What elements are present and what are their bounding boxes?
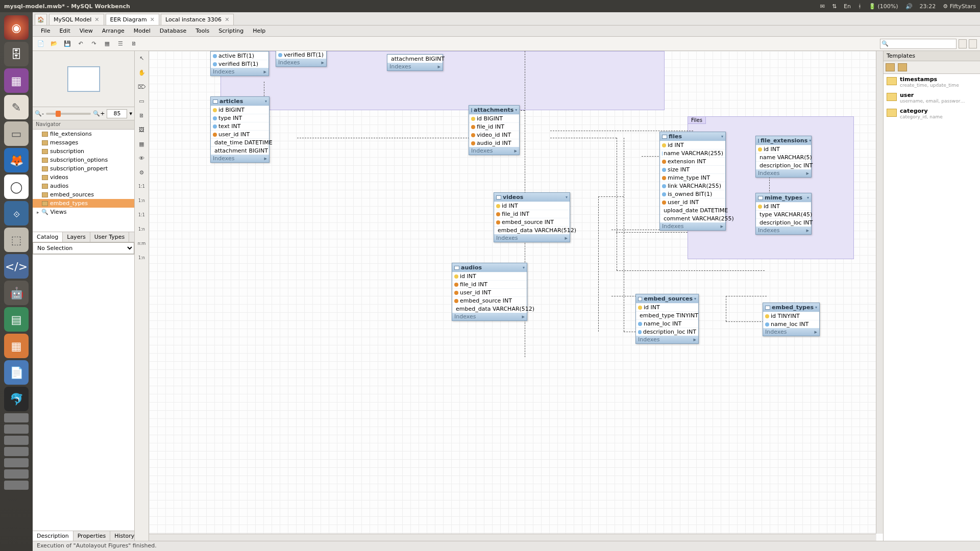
pointer-tool-icon[interactable]: ↖ xyxy=(137,53,147,63)
align-icon[interactable]: ☰ xyxy=(115,39,126,49)
rel-n-m-tool[interactable]: n:m xyxy=(137,239,147,249)
hand-tool-icon[interactable]: ✋ xyxy=(137,67,147,78)
menu-file[interactable]: File xyxy=(37,27,54,35)
table-indexes[interactable]: Indexes▸ xyxy=(636,336,698,343)
redo-icon[interactable]: ↷ xyxy=(89,39,99,49)
zoom-in-icon[interactable]: 🔍+ xyxy=(93,110,105,117)
open-file-icon[interactable]: 📂 xyxy=(49,39,59,49)
menu-view[interactable]: View xyxy=(76,27,97,35)
template-folder-icon[interactable] xyxy=(886,63,895,71)
routine-tool-icon[interactable]: ⚙ xyxy=(137,167,147,178)
model-overview[interactable] xyxy=(33,51,134,107)
dash-icon[interactable]: ◉ xyxy=(4,15,29,40)
eraser-tool-icon[interactable]: ⌦ xyxy=(137,82,147,92)
zoom-out-icon[interactable]: 🔍- xyxy=(35,110,44,117)
selection-dropdown[interactable]: No Selection xyxy=(33,242,134,254)
table-header[interactable]: attachments▾ xyxy=(469,106,519,114)
table-articles[interactable]: articles▾id BIGINTtype INTtext INTuser_i… xyxy=(210,96,270,163)
rel-1-n-tool[interactable]: 1:n xyxy=(137,196,147,206)
menu-tools[interactable]: Tools xyxy=(191,27,213,35)
battery-indicator[interactable]: 🔋 (100%) xyxy=(869,3,898,10)
session-indicator[interactable]: ⚙ FiftyStars xyxy=(943,3,976,10)
table-indexes[interactable]: Indexes▸ xyxy=(211,155,269,162)
zoom-slider[interactable] xyxy=(46,113,91,115)
horizontal-scrollbar[interactable] xyxy=(149,534,876,541)
tab-mysql-model[interactable]: MySQL Model✕ xyxy=(49,14,104,25)
close-icon[interactable]: ✕ xyxy=(94,16,99,23)
table-embed_sources[interactable]: embed_sources▾id INTembed_type TINYINTna… xyxy=(635,294,699,344)
table-indexes[interactable]: Indexes▸ xyxy=(494,234,570,242)
table-files[interactable]: files▾id INTname VARCHAR(255)extension I… xyxy=(659,132,726,231)
table-header[interactable]: files▾ xyxy=(660,132,725,141)
table-indexes[interactable]: Indexes▸ xyxy=(756,169,811,177)
image-tool-icon[interactable]: 🖼 xyxy=(137,124,147,135)
messaging-icon[interactable]: ✉ xyxy=(820,3,825,10)
save-icon[interactable]: 💾 xyxy=(62,39,72,49)
note-icon[interactable]: 🗎 xyxy=(129,39,139,49)
firefox-icon[interactable]: 🦊 xyxy=(4,148,29,172)
running-indicator[interactable] xyxy=(4,458,29,467)
rel-1-n-ni-tool[interactable]: 1:n xyxy=(137,224,147,235)
running-indicator[interactable] xyxy=(4,447,29,456)
table-indexes[interactable]: Indexes▸ xyxy=(469,147,519,155)
tab-user-types[interactable]: User Types xyxy=(90,232,130,242)
table-indexes[interactable]: Indexes▸ xyxy=(763,328,819,336)
ide-icon[interactable]: </> xyxy=(4,254,29,279)
writer-icon[interactable]: 📄 xyxy=(4,360,29,385)
table-header[interactable]: mime_types▾ xyxy=(756,193,811,202)
tab-eer-diagram[interactable]: EER Diagram✕ xyxy=(106,14,160,25)
app2-icon[interactable]: ▦ xyxy=(4,334,29,358)
rel-1-1-tool[interactable]: 1:1 xyxy=(137,182,147,192)
menu-arrange[interactable]: Arrange xyxy=(98,27,129,35)
view-tool-icon[interactable]: 👁 xyxy=(137,153,147,163)
home-tab[interactable]: 🏠 xyxy=(35,14,47,25)
terminal-icon[interactable]: ▭ xyxy=(4,121,29,146)
app-icon[interactable]: ▦ xyxy=(4,68,29,93)
running-indicator[interactable] xyxy=(4,413,29,422)
running-indicator[interactable] xyxy=(4,469,29,479)
menu-edit[interactable]: Edit xyxy=(55,27,74,35)
vertical-scrollbar[interactable] xyxy=(876,51,883,534)
bluetooth-icon[interactable]: ᚼ xyxy=(858,3,862,10)
chrome-icon[interactable]: ◯ xyxy=(4,174,29,199)
close-icon[interactable]: ✕ xyxy=(150,16,155,23)
menu-model[interactable]: Model xyxy=(130,27,155,35)
catalog-tree[interactable]: file_extensions messages subscription su… xyxy=(33,130,134,232)
files-icon[interactable]: 🗄 xyxy=(4,42,29,66)
rel-existing-tool[interactable]: 1:n xyxy=(137,253,147,263)
tab-properties[interactable]: Properties xyxy=(74,531,111,541)
running-indicator[interactable] xyxy=(4,424,29,434)
tab-catalog[interactable]: Catalog xyxy=(33,232,63,242)
table-tool-icon[interactable]: ▦ xyxy=(137,139,147,149)
tab-layers[interactable]: Layers xyxy=(63,232,90,242)
running-indicator[interactable] xyxy=(4,436,29,445)
table-header[interactable]: embed_types▾ xyxy=(763,303,819,312)
robot-icon[interactable]: 🤖 xyxy=(4,281,29,305)
sound-icon[interactable]: 🔊 xyxy=(905,3,913,10)
menu-database[interactable]: Database xyxy=(156,27,191,35)
table-header[interactable]: articles▾ xyxy=(211,97,269,106)
templates-list[interactable]: timestampscreate_time, update_time useru… xyxy=(884,74,980,541)
note-tool-icon[interactable]: 🗎 xyxy=(137,110,147,120)
table-header[interactable]: embed_sources▾ xyxy=(636,294,698,303)
table-indexes[interactable]: Indexes▸ xyxy=(276,59,326,66)
running-indicator[interactable] xyxy=(4,481,29,490)
diagram-canvas[interactable]: Files xyxy=(149,51,883,541)
grid-icon[interactable]: ▦ xyxy=(102,39,112,49)
network-icon[interactable]: ⇅ xyxy=(832,3,837,10)
undo-icon[interactable]: ↶ xyxy=(76,39,86,49)
table-partial2[interactable]: verified BIT(1)Indexes▸ xyxy=(276,51,327,67)
panel-toggle-right[interactable] xyxy=(969,39,977,48)
zoom-value[interactable] xyxy=(107,109,127,118)
table-embed_types[interactable]: embed_types▾id TINYINTname_loc INTIndexe… xyxy=(763,303,820,336)
table-mime_types[interactable]: mime_types▾id INTtype VARCHAR(45)descrip… xyxy=(755,193,812,235)
zoom-dropdown-icon[interactable]: ▾ xyxy=(129,110,132,117)
eclipse-icon[interactable]: ⟐ xyxy=(4,201,29,226)
search-input[interactable] xyxy=(880,39,957,49)
table-header[interactable]: file_extensions▾ xyxy=(756,136,811,145)
table-videos[interactable]: videos▾id INTfile_id INTembed_source INT… xyxy=(494,192,570,242)
table-partial3[interactable]: attachment BIGINTIndexes▸ xyxy=(387,54,443,71)
table-audios[interactable]: audios▾id INTfile_id INTuser_id INTembed… xyxy=(452,263,527,321)
tab-local-instance[interactable]: Local instance 3306✕ xyxy=(161,14,234,25)
clock[interactable]: 23:22 xyxy=(920,3,936,10)
